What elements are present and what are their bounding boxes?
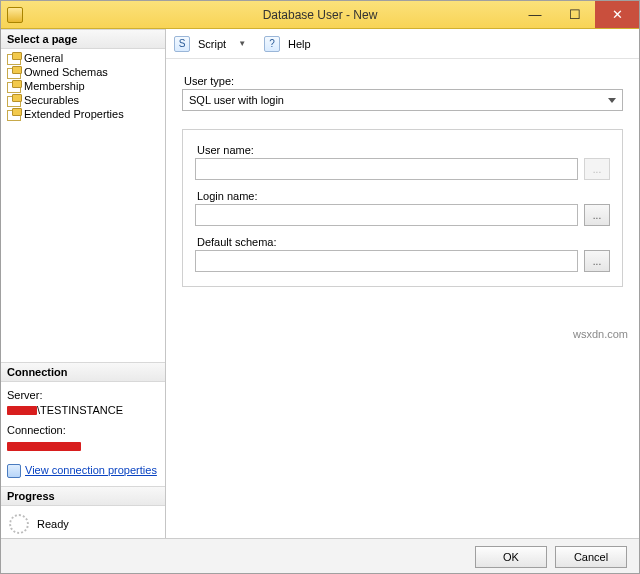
page-icon <box>7 94 21 106</box>
window-buttons: — ☐ ✕ <box>515 1 639 28</box>
user-name-input[interactable] <box>195 158 578 180</box>
script-dropdown[interactable]: ▼ <box>234 39 250 48</box>
view-connection-properties[interactable]: View connection properties <box>7 463 159 478</box>
form-panel: User type: SQL user with login User name… <box>166 59 639 295</box>
login-name-label: Login name: <box>197 190 610 202</box>
page-item-securables[interactable]: Securables <box>5 93 165 107</box>
user-type-select[interactable]: SQL user with login <box>182 89 623 111</box>
properties-icon <box>7 464 21 478</box>
redacted-text <box>7 442 81 451</box>
user-type-label: User type: <box>184 75 623 87</box>
page-icon <box>7 108 21 120</box>
progress-status: Ready <box>37 518 69 530</box>
login-name-input[interactable] <box>195 204 578 226</box>
minimize-button[interactable]: — <box>515 1 555 28</box>
content-pane: S Script ▼ ? Help User type: SQL user wi… <box>166 29 639 538</box>
page-icon <box>7 52 21 64</box>
page-label: Membership <box>24 80 85 92</box>
progress-body: Ready <box>1 506 165 538</box>
script-icon: S <box>174 36 190 52</box>
page-item-extended-properties[interactable]: Extended Properties <box>5 107 165 121</box>
server-suffix: \TESTINSTANCE <box>37 404 123 416</box>
login-name-browse-button[interactable]: ... <box>584 204 610 226</box>
watermark: wsxdn.com <box>573 328 628 340</box>
progress-spinner-icon <box>9 514 29 534</box>
page-item-general[interactable]: General <box>5 51 165 65</box>
connection-header: Connection <box>1 362 165 382</box>
page-label: Extended Properties <box>24 108 124 120</box>
server-value: \TESTINSTANCE <box>7 403 159 418</box>
toolbar: S Script ▼ ? Help <box>166 29 639 59</box>
user-fields-group: User name: ... Login name: ... Default s… <box>182 129 623 287</box>
page-label: Owned Schemas <box>24 66 108 78</box>
user-name-browse-button: ... <box>584 158 610 180</box>
dialog-footer: OK Cancel <box>1 538 639 574</box>
redacted-text <box>7 406 37 415</box>
user-type-value: SQL user with login <box>189 94 284 106</box>
title-bar: Database User - New — ☐ ✕ <box>1 1 639 29</box>
server-label: Server: <box>7 388 159 403</box>
ok-button[interactable]: OK <box>475 546 547 568</box>
default-schema-browse-button[interactable]: ... <box>584 250 610 272</box>
close-button[interactable]: ✕ <box>595 1 639 28</box>
page-item-membership[interactable]: Membership <box>5 79 165 93</box>
maximize-button[interactable]: ☐ <box>555 1 595 28</box>
user-name-label: User name: <box>197 144 610 156</box>
default-schema-label: Default schema: <box>197 236 610 248</box>
script-button[interactable]: Script <box>194 38 230 50</box>
page-label: Securables <box>24 94 79 106</box>
page-icon <box>7 80 21 92</box>
help-button[interactable]: Help <box>284 38 315 50</box>
connection-label: Connection: <box>7 423 159 438</box>
connection-value <box>7 438 159 453</box>
view-connection-link: View connection properties <box>25 463 157 478</box>
connection-body: Server: \TESTINSTANCE Connection: View c… <box>1 382 165 486</box>
app-icon <box>7 7 23 23</box>
sidebar: Select a page General Owned Schemas Memb… <box>1 29 166 538</box>
page-icon <box>7 66 21 78</box>
help-icon: ? <box>264 36 280 52</box>
page-list: General Owned Schemas Membership Securab… <box>1 49 165 129</box>
page-item-owned-schemas[interactable]: Owned Schemas <box>5 65 165 79</box>
select-page-header: Select a page <box>1 29 165 49</box>
default-schema-input[interactable] <box>195 250 578 272</box>
progress-header: Progress <box>1 486 165 506</box>
page-label: General <box>24 52 63 64</box>
cancel-button[interactable]: Cancel <box>555 546 627 568</box>
